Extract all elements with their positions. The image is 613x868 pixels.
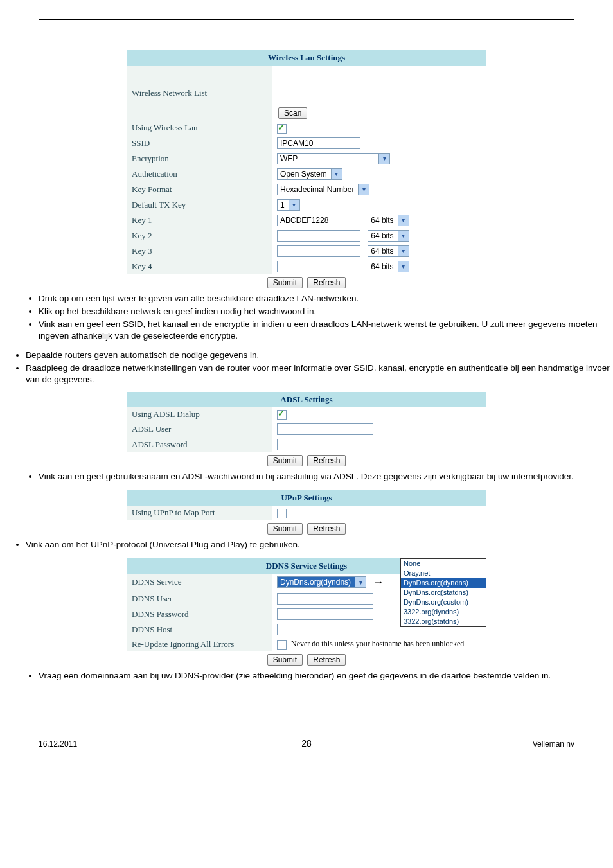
adsl-refresh-button[interactable]: Refresh — [307, 455, 346, 466]
ddns-wrapper: DDNS Service Settings DDNS Service DynDn… — [127, 558, 486, 668]
wireless-submit-button[interactable]: Submit — [267, 277, 303, 288]
chevron-down-icon: ▾ — [355, 577, 366, 587]
footer-page-number: 28 — [39, 738, 574, 748]
chevron-down-icon: ▾ — [331, 169, 342, 179]
bullet-1: Druk op om een lijst weer te geven van a… — [39, 293, 613, 305]
ddns-host-label: DDNS Host — [127, 622, 272, 637]
key3-bits-select[interactable]: 64 bits ▾ — [368, 245, 409, 257]
keyformat-label: Key Format — [127, 182, 272, 197]
page-footer: 28 16.12.2011 Velleman nv — [39, 738, 574, 748]
upnp-settings-panel: UPnP Settings Using UPnP to Map Port Sub… — [127, 490, 486, 536]
wireless-settings-panel: Wireless Lan Settings Wireless Network L… — [127, 50, 486, 290]
key2-label: Key 2 — [127, 228, 272, 244]
inner-bullets: Bepaalde routers geven automatisch de no… — [0, 350, 613, 385]
ddns-user-label: DDNS User — [127, 591, 272, 607]
ddns-pass-input[interactable] — [277, 608, 373, 620]
text-block-2: Vink aan en geef gebruikersnaam en ADSL-… — [0, 471, 613, 483]
upnp-title: UPnP Settings — [127, 490, 486, 506]
ddns-user-input[interactable] — [277, 593, 373, 605]
ddns-option[interactable]: Oray.net — [401, 569, 486, 578]
inner-1: Bepaalde routers geven automatisch de no… — [26, 350, 613, 361]
ddns-submit-button[interactable]: Submit — [267, 654, 303, 666]
txkey-select-text: 1 — [280, 200, 285, 209]
key3-bits-text: 64 bits — [371, 247, 393, 256]
auth-select-text: Open System — [280, 170, 327, 179]
using-wireless-checkbox[interactable] — [277, 124, 287, 134]
key1-input[interactable]: ABCDEF1228 — [277, 215, 360, 226]
key4-bits-text: 64 bits — [371, 262, 393, 271]
ddns-option[interactable]: None — [401, 559, 486, 569]
upnp-using-label: Using UPnP to Map Port — [127, 506, 272, 520]
ddns-reupdate-label: Re-Update Ignoring All Errors — [127, 637, 272, 651]
wireless-title: Wireless Lan Settings — [127, 50, 486, 66]
upnp-using-checkbox[interactable] — [277, 509, 287, 518]
ddns-options-list[interactable]: None Oray.net DynDns.org(dyndns) DynDns.… — [400, 558, 486, 627]
ddns-service-select[interactable]: DynDns.org(dyndns) ▾ — [277, 576, 366, 588]
adsl-settings-panel: ADSL Settings Using ADSL Dialup ADSL Use… — [127, 392, 486, 469]
ssid-input[interactable]: IPCAM10 — [277, 137, 360, 149]
key4-input[interactable] — [277, 261, 360, 272]
bullet-6: Vraag een domeinnaam aan bij uw DDNS-pro… — [39, 670, 613, 682]
ddns-host-input[interactable] — [277, 624, 373, 635]
scan-button[interactable]: Scan — [278, 107, 307, 119]
inner-2: Raadpleeg de draadloze netwerkinstelling… — [26, 362, 613, 385]
encryption-select[interactable]: WEP ▾ — [277, 153, 390, 164]
ddns-reupdate-note: Never do this unless your hostname has b… — [291, 639, 464, 648]
ddns-reupdate-checkbox[interactable] — [277, 640, 287, 650]
chevron-down-icon: ▾ — [398, 215, 409, 226]
key2-bits-select[interactable]: 64 bits ▾ — [368, 230, 409, 242]
ddns-option[interactable]: DynDns.org(custom) — [401, 598, 486, 607]
keyformat-select-text: Hexadecimal Number — [280, 185, 354, 194]
encryption-select-text: WEP — [280, 154, 298, 163]
text-block-4: Vraag een domeinnaam aan bij uw DDNS-pro… — [0, 670, 613, 682]
upnp-submit-button[interactable]: Submit — [267, 523, 303, 535]
text-block-1: Druk op om een lijst weer te geven van a… — [0, 293, 613, 342]
key1-label: Key 1 — [127, 213, 272, 228]
bullet-3: Vink aan en geef een SSID, het kanaal en… — [39, 319, 613, 342]
txkey-select[interactable]: 1 ▾ — [277, 199, 300, 211]
txkey-label: Default TX Key — [127, 197, 272, 213]
adsl-using-label: Using ADSL Dialup — [127, 407, 272, 422]
adsl-pass-label: ADSL Password — [127, 437, 272, 452]
adsl-title: ADSL Settings — [127, 392, 486, 407]
key3-input[interactable] — [277, 245, 360, 257]
bullet-4: Vink aan en geef gebruikersnaam en ADSL-… — [39, 471, 613, 483]
arrow-right-icon: → — [372, 576, 384, 589]
auth-select[interactable]: Open System ▾ — [277, 168, 342, 180]
adsl-submit-button[interactable]: Submit — [267, 455, 303, 466]
chevron-down-icon: ▾ — [289, 200, 299, 210]
upnp-refresh-button[interactable]: Refresh — [307, 523, 346, 535]
key4-label: Key 4 — [127, 259, 272, 274]
ddns-option[interactable]: 3322.org(dyndns) — [401, 607, 486, 617]
adsl-user-label: ADSL User — [127, 421, 272, 437]
ddns-option[interactable]: 3322.org(statdns) — [401, 617, 486, 626]
ddns-option-selected[interactable]: DynDns.org(dyndns) — [401, 578, 486, 588]
chevron-down-icon: ▾ — [398, 261, 409, 272]
chevron-down-icon: ▾ — [398, 231, 409, 241]
key1-bits-text: 64 bits — [371, 216, 393, 225]
auth-label: Authetication — [127, 166, 272, 182]
key2-bits-text: 64 bits — [371, 231, 393, 240]
ddns-service-text: DynDns.org(dyndns) — [280, 578, 351, 587]
keyformat-select[interactable]: Hexadecimal Number ▾ — [277, 184, 369, 195]
key2-input[interactable] — [277, 230, 360, 242]
chevron-down-icon: ▾ — [398, 246, 409, 256]
ssid-label: SSID — [127, 136, 272, 151]
chevron-down-icon: ▾ — [358, 184, 369, 195]
using-wireless-label: Using Wireless Lan — [127, 121, 272, 136]
ddns-refresh-button[interactable]: Refresh — [307, 654, 346, 666]
adsl-user-input[interactable] — [277, 423, 373, 435]
adsl-using-checkbox[interactable] — [277, 410, 287, 420]
top-heading-box — [39, 19, 574, 37]
text-block-3: Vink aan om het UPnP-protocol (Universal… — [0, 539, 613, 551]
ddns-option[interactable]: DynDns.org(statdns) — [401, 588, 486, 598]
bullet-2: Klik op het beschikbare netwerk en geef … — [39, 306, 613, 317]
adsl-pass-input[interactable] — [277, 439, 373, 450]
wireless-refresh-button[interactable]: Refresh — [307, 277, 346, 288]
chevron-down-icon: ▾ — [378, 154, 389, 164]
ddns-service-label: DDNS Service — [127, 574, 272, 591]
ddns-pass-label: DDNS Password — [127, 607, 272, 622]
key4-bits-select[interactable]: 64 bits ▾ — [368, 261, 409, 272]
bullet-5: Vink aan om het UPnP-protocol (Universal… — [26, 539, 613, 551]
key1-bits-select[interactable]: 64 bits ▾ — [368, 215, 409, 226]
